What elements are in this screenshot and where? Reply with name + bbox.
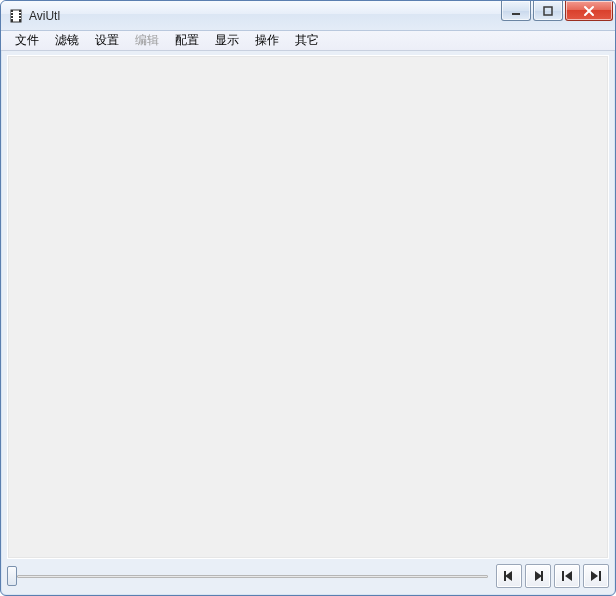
next-frame-icon xyxy=(531,569,545,583)
to-start-button[interactable] xyxy=(554,564,580,588)
svg-marker-16 xyxy=(565,571,572,581)
maximize-button[interactable] xyxy=(533,1,563,21)
menu-other[interactable]: 其它 xyxy=(287,30,327,51)
menu-view[interactable]: 显示 xyxy=(207,30,247,51)
menu-operation[interactable]: 操作 xyxy=(247,30,287,51)
menu-file[interactable]: 文件 xyxy=(7,30,47,51)
window-controls xyxy=(501,1,613,21)
film-icon xyxy=(9,9,23,23)
svg-marker-11 xyxy=(505,571,512,581)
titlebar[interactable]: AviUtl xyxy=(1,1,615,31)
svg-rect-7 xyxy=(19,15,21,16)
svg-rect-18 xyxy=(599,571,601,581)
minimize-button[interactable] xyxy=(501,1,531,21)
to-end-button[interactable] xyxy=(583,564,609,588)
menu-edit[interactable]: 编辑 xyxy=(127,30,167,51)
svg-rect-8 xyxy=(19,18,21,19)
menu-profile[interactable]: 配置 xyxy=(167,30,207,51)
svg-marker-13 xyxy=(535,571,542,581)
svg-rect-14 xyxy=(541,571,543,581)
app-window: AviUtl 文件 滤镜 设置 编辑 配置 显示 操作 其它 xyxy=(0,0,616,596)
svg-marker-17 xyxy=(591,571,598,581)
svg-rect-10 xyxy=(544,7,552,15)
menu-filter[interactable]: 滤镜 xyxy=(47,30,87,51)
seek-groove xyxy=(17,575,488,578)
to-start-icon xyxy=(560,569,574,583)
svg-rect-9 xyxy=(512,13,520,15)
window-title: AviUtl xyxy=(29,9,60,23)
next-frame-button[interactable] xyxy=(525,564,551,588)
video-area xyxy=(7,55,609,559)
svg-rect-15 xyxy=(562,571,564,581)
svg-rect-6 xyxy=(19,12,21,13)
svg-rect-4 xyxy=(11,15,13,16)
playback-bar xyxy=(1,561,615,595)
frame-nav-buttons xyxy=(496,564,609,588)
svg-rect-5 xyxy=(11,18,13,19)
close-button[interactable] xyxy=(565,1,613,21)
svg-rect-3 xyxy=(11,12,13,13)
prev-frame-icon xyxy=(502,569,516,583)
prev-frame-button[interactable] xyxy=(496,564,522,588)
svg-rect-12 xyxy=(504,571,506,581)
to-end-icon xyxy=(589,569,603,583)
seek-thumb[interactable] xyxy=(7,566,17,586)
menubar: 文件 滤镜 设置 编辑 配置 显示 操作 其它 xyxy=(1,31,615,51)
seek-slider[interactable] xyxy=(7,566,490,586)
menu-settings[interactable]: 设置 xyxy=(87,30,127,51)
